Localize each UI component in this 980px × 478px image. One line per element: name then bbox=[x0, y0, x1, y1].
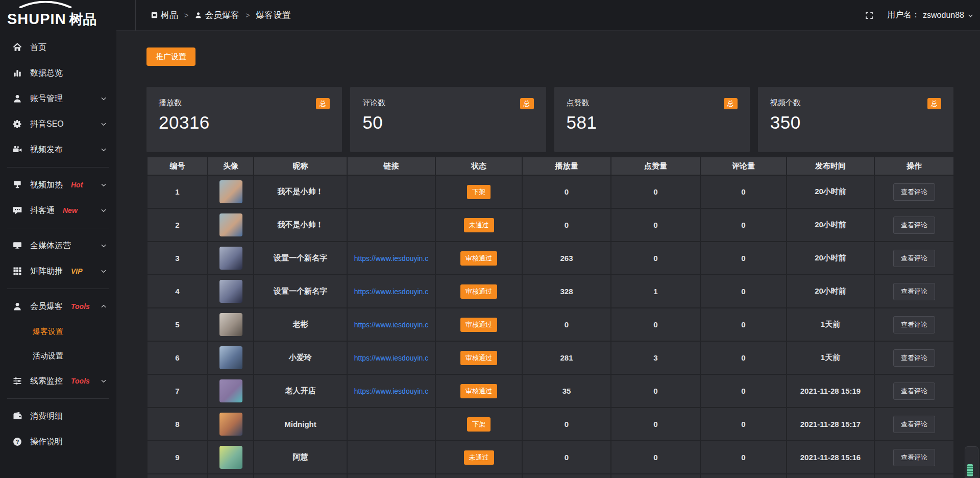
column-header: 点赞量 bbox=[611, 157, 700, 175]
view-comments-button[interactable]: 查看评论 bbox=[893, 349, 935, 367]
column-header: 发布时间 bbox=[787, 157, 874, 175]
view-comments-button[interactable]: 查看评论 bbox=[893, 416, 935, 433]
logo-text-cn: 树品 bbox=[69, 13, 97, 27]
promotion-settings-button[interactable]: 推广设置 bbox=[146, 47, 195, 66]
avatar bbox=[219, 213, 242, 236]
column-header: 链接 bbox=[347, 157, 435, 175]
view-comments-button[interactable]: 查看评论 bbox=[893, 383, 935, 400]
cell-id: 9 bbox=[147, 441, 208, 474]
sidebar-item-5[interactable]: 视频加热 Hot bbox=[0, 172, 116, 198]
stat-value: 20316 bbox=[159, 112, 330, 133]
sidebar-subitem-label: 爆客设置 bbox=[33, 327, 63, 337]
cell-status: 下架 bbox=[435, 408, 522, 441]
screen-icon bbox=[12, 180, 22, 190]
floating-widget-badge bbox=[967, 464, 973, 476]
username: zswodun88 bbox=[923, 11, 964, 20]
sidebar-subitem-活动设置[interactable]: 活动设置 bbox=[0, 344, 116, 368]
cell-status: 审核通过 bbox=[435, 242, 522, 275]
stat-card-3: 视频个数 总 350 bbox=[758, 87, 953, 152]
chevron-down-icon bbox=[967, 12, 974, 18]
view-comments-button[interactable]: 查看评论 bbox=[893, 217, 935, 234]
chevron-down-icon bbox=[100, 95, 107, 102]
sidebar-divider bbox=[7, 398, 109, 399]
fullscreen-icon[interactable] bbox=[865, 11, 874, 20]
table-header-row: 编号头像昵称链接状态播放量点赞量评论量发布时间操作 bbox=[147, 157, 954, 175]
sidebar-badge: New bbox=[63, 206, 78, 214]
status-badge: 审核通过 bbox=[460, 351, 497, 365]
cell-id: 3 bbox=[147, 242, 208, 275]
sidebar-item-11[interactable]: 消费明细 bbox=[0, 403, 116, 429]
sidebar-item-label: 抖客通 bbox=[30, 205, 55, 216]
cell-comments: 0 bbox=[700, 374, 787, 408]
cell-avatar bbox=[208, 175, 254, 208]
video-link[interactable]: https://www.iesdouyin.c bbox=[348, 387, 435, 395]
cell-nickname bbox=[254, 474, 347, 478]
status-badge: 下架 bbox=[467, 185, 491, 199]
sidebar-item-4[interactable]: 视频发布 bbox=[0, 137, 116, 162]
chevron-down-icon bbox=[100, 146, 107, 153]
stat-value: 581 bbox=[567, 112, 738, 133]
sidebar-item-6[interactable]: 抖客通 New bbox=[0, 198, 116, 223]
cell-time: 2021-11-28 15:16 bbox=[787, 441, 874, 474]
cell-time: 2021-11-28 15:17 bbox=[787, 408, 874, 441]
breadcrumb: 树品>会员爆客>爆客设置 bbox=[151, 9, 290, 21]
breadcrumb-item-1[interactable]: 会员爆客 bbox=[194, 9, 239, 21]
cell-likes: 3 bbox=[611, 341, 700, 374]
cell-id: 5 bbox=[147, 308, 208, 341]
cell-avatar bbox=[208, 341, 254, 374]
table-row: 1 我不是小帅！ 下架 0 0 0 20小时前 查看评论 bbox=[147, 175, 954, 208]
sidebar-item-8[interactable]: 矩阵助推 VIP bbox=[0, 258, 116, 284]
home-icon bbox=[12, 42, 22, 53]
status-badge: 审核通过 bbox=[460, 318, 497, 332]
sidebar-item-10[interactable]: 线索监控 Tools bbox=[0, 368, 116, 394]
sidebar-item-3[interactable]: 抖音SEO bbox=[0, 111, 116, 137]
sidebar-item-12[interactable]: ? 操作说明 bbox=[0, 429, 116, 455]
chevron-down-icon bbox=[100, 268, 107, 275]
breadcrumb-label: 树品 bbox=[161, 9, 178, 21]
sidebar-item-7[interactable]: 全媒体运营 bbox=[0, 233, 116, 258]
sidebar-subitem-爆客设置[interactable]: 爆客设置 bbox=[0, 319, 116, 344]
app-square-icon bbox=[151, 11, 158, 19]
user-menu[interactable]: 用户名：zswodun88 bbox=[887, 10, 974, 20]
cell-comments: 0 bbox=[700, 341, 787, 374]
video-link[interactable]: https://www.iesdouyin.c bbox=[348, 354, 435, 362]
cell-nickname: 设置一个新名字 bbox=[254, 242, 347, 275]
view-comments-button[interactable]: 查看评论 bbox=[893, 183, 935, 201]
video-link[interactable]: https://www.iesdouyin.c bbox=[348, 254, 435, 262]
sidebar-item-9[interactable]: 会员爆客 Tools bbox=[0, 294, 116, 319]
cell-plays: 0 bbox=[522, 308, 611, 341]
cell-plays: 0 bbox=[522, 408, 611, 441]
sidebar-item-label: 首页 bbox=[30, 42, 46, 53]
stat-value: 50 bbox=[362, 112, 533, 133]
avatar bbox=[219, 446, 242, 469]
cell-plays bbox=[522, 474, 611, 478]
breadcrumb-item-2[interactable]: 爆客设置 bbox=[256, 9, 290, 21]
sidebar-item-2[interactable]: 账号管理 bbox=[0, 86, 116, 111]
floating-widget[interactable] bbox=[965, 446, 978, 478]
cell-status: 未通过 bbox=[435, 208, 522, 242]
content-column: 树品>会员爆客>爆客设置 用户名：zswodun88 推广设置 播放数 总 20… bbox=[116, 0, 980, 478]
video-link[interactable]: https://www.iesdouyin.c bbox=[348, 288, 435, 296]
view-comments-button[interactable]: 查看评论 bbox=[893, 283, 935, 300]
view-comments-button[interactable]: 查看评论 bbox=[893, 316, 935, 333]
cell-status: 下架 bbox=[435, 175, 522, 208]
sidebar-item-0[interactable]: 首页 bbox=[0, 35, 116, 60]
video-link[interactable]: https://www.iesdouyin.c bbox=[348, 321, 435, 329]
cell-action: 查看评论 bbox=[874, 308, 954, 341]
comment-icon bbox=[12, 205, 22, 216]
sidebar-item-label: 矩阵助推 bbox=[30, 266, 63, 277]
brand-logo[interactable]: SHUPIN 树品 bbox=[0, 0, 116, 30]
view-comments-button[interactable]: 查看评论 bbox=[893, 250, 935, 267]
sidebar-item-1[interactable]: 数据总览 bbox=[0, 60, 116, 86]
user-icon bbox=[12, 93, 22, 104]
cell-action: 查看评论 bbox=[874, 175, 954, 208]
avatar bbox=[219, 180, 242, 203]
breadcrumb-item-0[interactable]: 树品 bbox=[151, 9, 178, 21]
cell-avatar bbox=[208, 308, 254, 341]
view-comments-button[interactable]: 查看评论 bbox=[893, 449, 935, 466]
cell-comments: 0 bbox=[700, 408, 787, 441]
sidebar-item-label: 视频发布 bbox=[30, 145, 63, 155]
breadcrumb-label: 会员爆客 bbox=[205, 9, 239, 21]
sliders-icon bbox=[12, 376, 22, 386]
cell-comments: 0 bbox=[700, 275, 787, 308]
